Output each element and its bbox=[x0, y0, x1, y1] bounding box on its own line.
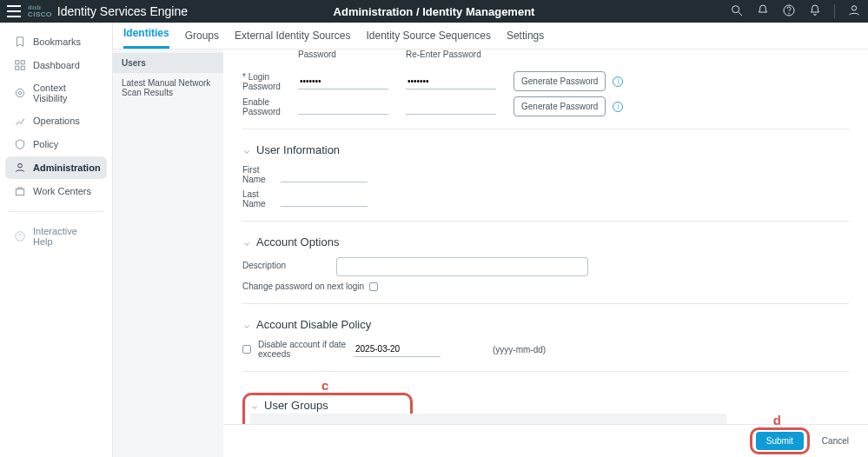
login-password-input[interactable] bbox=[298, 74, 388, 89]
description-label: Description bbox=[242, 257, 336, 270]
reenter-login-password-input[interactable] bbox=[406, 74, 496, 89]
sidebar-item-help[interactable]: ?Interactive Help bbox=[5, 221, 107, 252]
sidebar-item-label: Dashboard bbox=[33, 60, 80, 70]
reenter-col-head: Re-Enter Password bbox=[406, 50, 496, 59]
sidebar-item-label: Administration bbox=[33, 162, 101, 173]
chevron-down-icon bbox=[242, 321, 251, 329]
date-format-hint: (yyyy-mm-dd) bbox=[493, 345, 546, 354]
search-icon[interactable] bbox=[730, 3, 744, 20]
svg-line-1 bbox=[739, 12, 742, 16]
sidebar-item-dashboard[interactable]: Dashboard bbox=[5, 54, 107, 76]
chevron-down-icon bbox=[242, 146, 251, 155]
section-title: Account Disable Policy bbox=[256, 318, 371, 331]
form-footer: d Submit Cancel bbox=[223, 424, 868, 457]
sidebar-item-label: Context Visibility bbox=[33, 83, 98, 103]
section-disable-policy[interactable]: Account Disable Policy bbox=[242, 318, 849, 331]
notification-icon[interactable] bbox=[756, 3, 770, 20]
annotation-letter-c: c bbox=[321, 378, 328, 393]
tab-sequences[interactable]: Identity Source Sequences bbox=[366, 23, 490, 49]
help-icon[interactable] bbox=[782, 3, 796, 20]
svg-point-0 bbox=[732, 5, 739, 12]
info-icon: i bbox=[613, 76, 623, 87]
annotation-letter-d: d bbox=[773, 413, 781, 427]
info-icon: i bbox=[613, 102, 623, 112]
svg-rect-5 bbox=[16, 61, 19, 64]
subnav: Users Latest Manual Network Scan Results bbox=[113, 50, 223, 457]
svg-rect-7 bbox=[16, 66, 19, 70]
section-user-groups[interactable]: User Groups bbox=[250, 399, 405, 412]
alerts-icon[interactable] bbox=[808, 3, 822, 20]
description-input[interactable] bbox=[336, 257, 588, 276]
sidebar-item-bookmarks[interactable]: Bookmarks bbox=[5, 30, 107, 53]
chevron-down-icon bbox=[242, 238, 251, 247]
disable-account-checkbox[interactable] bbox=[242, 345, 251, 354]
sidebar-item-workcenters[interactable]: Work Centers bbox=[5, 180, 107, 202]
svg-rect-12 bbox=[16, 189, 23, 195]
sidebar-item-label: Bookmarks bbox=[33, 36, 81, 47]
sidebar-item-operations[interactable]: Operations bbox=[5, 109, 107, 132]
password-col-head: Password bbox=[298, 50, 388, 59]
svg-point-11 bbox=[18, 163, 23, 168]
subnav-latest-scan[interactable]: Latest Manual Network Scan Results bbox=[113, 73, 223, 103]
svg-point-3 bbox=[789, 13, 790, 14]
sidebar: Bookmarks Dashboard Context Visibility O… bbox=[0, 23, 113, 457]
login-password-label: * Login Password bbox=[242, 72, 298, 91]
svg-point-9 bbox=[16, 89, 23, 96]
svg-rect-8 bbox=[21, 66, 24, 70]
cisco-logo: ılıılıCISCO bbox=[28, 4, 52, 18]
divider bbox=[834, 4, 835, 18]
svg-point-4 bbox=[851, 5, 856, 10]
tab-identities[interactable]: Identities bbox=[123, 20, 169, 49]
svg-point-10 bbox=[18, 91, 22, 95]
first-name-label: First Name bbox=[242, 165, 281, 184]
last-name-input[interactable] bbox=[281, 191, 368, 207]
svg-text:?: ? bbox=[18, 233, 22, 239]
section-title: Account Options bbox=[256, 235, 339, 248]
disable-account-label: Disable account if date exceeds bbox=[258, 340, 354, 359]
section-account-options[interactable]: Account Options bbox=[242, 235, 849, 248]
sidebar-item-label: Operations bbox=[33, 116, 80, 126]
form-area: Password Re-Enter Password * Login Passw… bbox=[223, 50, 868, 457]
section-title: User Groups bbox=[264, 399, 328, 412]
menu-icon[interactable] bbox=[7, 5, 21, 17]
breadcrumb: Administration / Identity Management bbox=[334, 5, 535, 18]
sidebar-item-label: Interactive Help bbox=[33, 226, 98, 247]
change-password-label: Change password on next login bbox=[242, 281, 364, 291]
subnav-users[interactable]: Users bbox=[113, 53, 223, 73]
section-user-information[interactable]: User Information bbox=[242, 143, 849, 156]
section-title: User Information bbox=[256, 143, 340, 156]
reenter-enable-password-input[interactable] bbox=[406, 99, 496, 115]
first-name-input[interactable] bbox=[281, 167, 368, 182]
last-name-label: Last Name bbox=[242, 189, 281, 209]
tabs: Identities Groups External Identity Sour… bbox=[113, 23, 868, 50]
enable-password-label: Enable Password bbox=[242, 97, 298, 116]
generate-enable-password-button[interactable]: Generate Password bbox=[514, 96, 606, 116]
app-title: Identity Services Engine bbox=[57, 4, 188, 18]
submit-annotation-box: d Submit bbox=[750, 427, 810, 454]
sidebar-item-policy[interactable]: Policy bbox=[5, 133, 107, 156]
sidebar-item-context[interactable]: Context Visibility bbox=[5, 77, 107, 109]
change-password-checkbox[interactable] bbox=[369, 282, 378, 291]
sidebar-item-label: Policy bbox=[33, 139, 58, 149]
tab-settings[interactable]: Settings bbox=[507, 23, 544, 49]
chevron-down-icon bbox=[250, 401, 259, 410]
sidebar-item-label: Work Centers bbox=[33, 186, 91, 196]
enable-password-input[interactable] bbox=[298, 99, 388, 115]
tab-external[interactable]: External Identity Sources bbox=[235, 23, 350, 49]
user-icon[interactable] bbox=[847, 3, 861, 20]
brand: ılıılıCISCO Identity Services Engine bbox=[28, 4, 188, 18]
cancel-button[interactable]: Cancel bbox=[822, 436, 849, 446]
submit-button[interactable]: Submit bbox=[756, 432, 804, 450]
sidebar-item-administration[interactable]: Administration bbox=[5, 156, 107, 179]
svg-rect-6 bbox=[21, 61, 24, 64]
tab-groups[interactable]: Groups bbox=[185, 23, 219, 49]
generate-login-password-button[interactable]: Generate Password bbox=[514, 71, 606, 91]
disable-date-input[interactable] bbox=[354, 341, 441, 357]
